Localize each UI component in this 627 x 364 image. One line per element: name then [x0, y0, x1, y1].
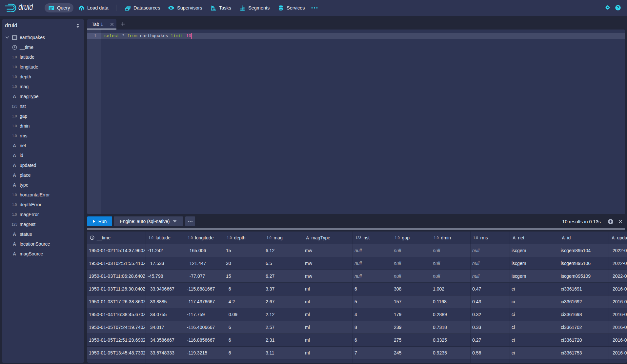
svg-text:?: ? [617, 6, 619, 10]
